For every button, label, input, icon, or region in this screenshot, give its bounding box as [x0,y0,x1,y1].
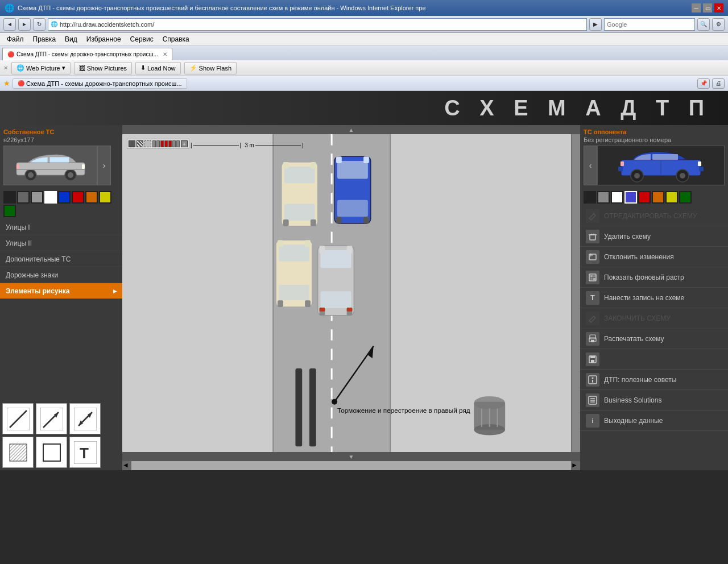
svg-rect-6 [82,164,85,169]
action-reject-text: Отклонить изменения [604,253,674,261]
tools-icon-right[interactable]: 📌 [697,78,710,89]
svg-rect-56 [320,308,325,312]
svg-rect-53 [347,246,353,254]
menu-edit[interactable]: Правка [28,33,61,45]
action-output[interactable]: i Выходные данные [580,410,728,431]
vehicle-image [3,146,97,185]
color-white[interactable] [44,191,57,204]
color-green[interactable] [3,205,16,217]
scroll-down-button[interactable]: ▼ [122,452,580,461]
scroll-right-button[interactable]: ► [571,461,580,470]
action-reject-changes[interactable]: Отклонить изменения [580,247,728,267]
action-delete-scheme[interactable]: Удалить схему [580,226,728,247]
color-gray[interactable] [31,191,43,204]
svg-rect-89 [593,275,595,277]
canvas-scrollbar-v[interactable] [571,134,580,452]
canvas-tool-1[interactable] [129,140,135,147]
svg-rect-39 [363,156,369,163]
canvas-tool-add[interactable]: + [181,140,188,147]
color-darkgray[interactable] [17,191,30,204]
nav-streets-2[interactable]: Улицы II [0,235,122,251]
action-tips[interactable]: ДТП: полезные советы [580,370,728,390]
tool-rectangle[interactable] [36,437,67,468]
back-button[interactable]: ◄ [3,18,16,31]
scroll-left-button[interactable]: ◄ [122,461,131,470]
vehicle-next-button[interactable]: › [97,146,111,185]
horizontal-scrollbar[interactable]: ◄ ► [122,461,580,470]
tool-diagonal-arrow[interactable] [36,403,67,434]
canvas-tool-3[interactable] [144,140,151,147]
svg-rect-47 [278,300,283,307]
load-now-button[interactable]: ⬇ Load Now [135,62,181,74]
tool-double-arrow[interactable] [69,403,101,434]
menu-tools[interactable]: Сервис [126,33,158,45]
show-flash-button[interactable]: ⚡ Show Flash [184,62,237,74]
color-orange[interactable] [85,191,98,204]
tips-icon [586,373,599,387]
tab-close-button[interactable]: ✕ [163,51,167,57]
search-input[interactable] [604,18,695,31]
active-tab[interactable]: 🔴 Схема ДТП - схемы дорожно-транспортных… [2,48,172,60]
action-save[interactable] [580,349,728,370]
r-color-blue[interactable] [624,191,637,204]
minimize-button[interactable]: ─ [692,3,701,13]
road-canvas[interactable]: Торможение и перестроение в правый ряд [122,134,580,452]
show-pictures-button[interactable]: 🖼 Show Pictures [74,62,132,74]
settings-button[interactable]: ⚙ [712,18,725,31]
address-icon: 🌐 [51,21,57,27]
r-color-black[interactable] [584,191,596,204]
tab-label: Схема ДТП - схемы дорожно-транспортных п… [16,51,158,57]
color-yellow[interactable] [99,191,111,204]
action-show-raster[interactable]: Показать фоновый растр [580,267,728,288]
svg-point-73 [634,173,640,179]
address-bar[interactable]: 🌐 http://ru.draw.accidentsketch.com/ [48,18,587,31]
nav-additional-ts[interactable]: Дополнительные ТС [0,251,122,267]
menu-file[interactable]: Файл [2,33,28,45]
scroll-track[interactable] [131,461,571,470]
tool-diagonal-1[interactable] [2,403,34,434]
plugin-close-icon[interactable]: ✕ [3,65,8,71]
close-button[interactable]: ✕ [714,3,723,13]
app-body: Собственное ТС н226ух177 [0,125,728,470]
tab-favicon: 🔴 [7,51,14,57]
r-color-white[interactable] [611,191,623,204]
r-color-green[interactable] [679,191,692,204]
color-red[interactable] [72,191,84,204]
web-picture-dropdown-icon: ▾ [62,64,65,72]
refresh-button[interactable]: ↻ [33,18,46,31]
svg-rect-44 [279,285,309,300]
web-picture-button[interactable]: 🌐 Web Picture ▾ [11,62,71,74]
nav-streets-1[interactable]: Улицы I [0,219,122,235]
menu-view[interactable]: Вид [60,33,82,45]
action-add-note[interactable]: T Нанести запись на схеме [580,288,728,308]
opponent-prev-button[interactable]: ‹ [584,146,597,185]
go-button[interactable]: ▶ [589,18,602,31]
tool-hatched[interactable] [2,437,34,468]
nav-drawing-elements[interactable]: Элементы рисунка ▸ [0,283,122,299]
canvas-container[interactable]: + | | 3 m | [122,134,580,452]
color-black[interactable] [3,191,16,204]
color-blue[interactable] [58,191,71,204]
r-color-gray[interactable] [597,191,610,204]
svg-rect-33 [283,219,289,226]
forward-button[interactable]: ► [18,18,31,31]
nav-road-signs[interactable]: Дорожные знаки [0,267,122,283]
search-button[interactable]: 🔍 [697,18,710,31]
svg-rect-20 [43,444,60,461]
favorites-link[interactable]: 🔴 Схема ДТП - схемы дорожно-транспортных… [13,78,187,89]
print-icon[interactable]: 🖨 [712,78,725,89]
r-color-red[interactable] [638,191,651,204]
action-business[interactable]: Business Solutions [580,390,728,410]
r-color-yellow[interactable] [665,191,678,204]
scroll-up-button[interactable]: ▲ [122,125,580,134]
svg-rect-37 [337,200,368,217]
menu-favorites[interactable]: Избранное [82,33,126,45]
menu-help[interactable]: Справка [158,33,194,45]
canvas-tool-2[interactable] [136,140,143,147]
tool-text[interactable]: T [69,437,101,468]
r-color-orange[interactable] [652,191,664,204]
favorites-link-text: Схема ДТП - схемы дорожно-транспортных п… [26,80,182,87]
maximize-button[interactable]: ▭ [703,3,712,13]
action-print-scheme[interactable]: Распечатать схему [580,329,728,349]
scale-bar-6 [172,140,176,147]
